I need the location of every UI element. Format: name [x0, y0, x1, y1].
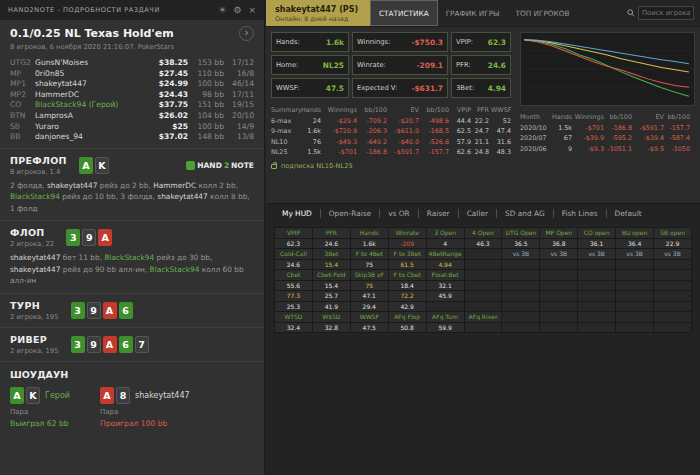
hud-cell[interactable]: [654, 260, 691, 270]
hud-cell[interactable]: [654, 302, 691, 312]
player-row[interactable]: MP 0ri0n85 $27.45 110 bb 16/8: [10, 69, 254, 80]
hud-cell[interactable]: 61.5: [389, 260, 426, 270]
hud-cell[interactable]: [465, 302, 502, 312]
gear-icon[interactable]: ⚙: [233, 0, 241, 20]
hud-cell[interactable]: 36.8: [540, 239, 577, 249]
hud-cell[interactable]: [465, 281, 502, 291]
hud-cell[interactable]: 41.9: [313, 302, 350, 312]
hud-cell[interactable]: [578, 291, 615, 301]
hud-cell[interactable]: VPIP: [275, 228, 312, 238]
hud-cell[interactable]: [427, 302, 464, 312]
hud-cell[interactable]: Cbet: [275, 270, 312, 280]
hud-cell[interactable]: 32.1: [427, 281, 464, 291]
brightness-icon[interactable]: ☀: [218, 0, 226, 20]
hud-cell[interactable]: 72.2: [389, 291, 426, 301]
hud-cell[interactable]: 32.8: [313, 323, 350, 333]
hud-cell[interactable]: [502, 323, 539, 333]
summary-table-row[interactable]: NL25 1.5k -$701 -186.8 -$591.7 -157.7 62…: [271, 147, 514, 158]
hud-cell[interactable]: [654, 281, 691, 291]
hud-cell[interactable]: vs 3B: [578, 249, 615, 259]
hud-cell[interactable]: 4 Open: [465, 228, 502, 238]
hud-tab[interactable]: vs OR: [379, 209, 418, 218]
next-hand-button[interactable]: ›: [239, 26, 254, 41]
player-row[interactable]: MP2 HammerDC $24.43 98 bb 17/11: [10, 90, 254, 101]
player-row[interactable]: BTN LamprosA $26.02 104 bb 20/10: [10, 111, 254, 122]
hud-cell[interactable]: 59.9: [427, 323, 464, 333]
hud-tab[interactable]: Caller: [458, 209, 496, 218]
hud-cell[interactable]: 4BetRange: [427, 249, 464, 259]
hud-cell[interactable]: 47.1: [351, 291, 388, 301]
hud-cell[interactable]: 15.4: [313, 281, 350, 291]
hud-cell[interactable]: 42.9: [389, 302, 426, 312]
hud-cell[interactable]: Hands: [351, 228, 388, 238]
subscription-note[interactable]: подписка NL10-NL25: [271, 162, 514, 170]
hud-cell[interactable]: [616, 312, 653, 322]
hud-cell[interactable]: [578, 270, 615, 280]
player-row[interactable]: UTG2 GunsN'Moises $38.25 153 bb 17/12: [10, 58, 254, 69]
hud-cell[interactable]: [578, 260, 615, 270]
hud-cell[interactable]: [502, 302, 539, 312]
hud-cell[interactable]: 15.4: [313, 260, 350, 270]
month-table-row[interactable]: 2020/10 1.5k -$701 -186.8 -$591.7 -157.7: [520, 123, 695, 134]
hud-cell[interactable]: [540, 270, 577, 280]
hud-cell[interactable]: [465, 270, 502, 280]
hud-cell[interactable]: 3Bet: [313, 249, 350, 259]
hud-cell[interactable]: [654, 312, 691, 322]
hud-cell[interactable]: 1.6k: [351, 239, 388, 249]
hud-cell[interactable]: 62.3: [275, 239, 312, 249]
hud-cell[interactable]: 45.9: [427, 291, 464, 301]
hud-cell[interactable]: [616, 323, 653, 333]
month-table-row[interactable]: 2020/06 9 -$9.3 -1051.1 -$9.5 -1050: [520, 144, 695, 155]
player-row[interactable]: SB Yuraro $25 100 bb 14/9: [10, 122, 254, 133]
hud-cell[interactable]: 24.6: [313, 239, 350, 249]
player-row[interactable]: BB danjones_94 $37.02 148 bb 13/8: [10, 132, 254, 143]
hud-cell[interactable]: 50.8: [389, 323, 426, 333]
hud-cell[interactable]: [578, 302, 615, 312]
hud-cell[interactable]: [465, 291, 502, 301]
hud-cell[interactable]: F to 4Bet: [351, 249, 388, 259]
hud-cell[interactable]: -209: [389, 239, 426, 249]
hud-cell[interactable]: UTG Open: [502, 228, 539, 238]
hud-cell[interactable]: [502, 312, 539, 322]
hud-cell[interactable]: F to Cbet: [389, 270, 426, 280]
hud-cell[interactable]: [502, 281, 539, 291]
hud-cell[interactable]: Cold-Call: [275, 249, 312, 259]
hud-cell[interactable]: WWSF: [351, 312, 388, 322]
hud-cell[interactable]: [502, 270, 539, 280]
hud-cell[interactable]: [540, 323, 577, 333]
hud-cell[interactable]: [616, 302, 653, 312]
hud-cell[interactable]: [540, 302, 577, 312]
hud-tab[interactable]: SD and AG: [496, 209, 553, 218]
hud-cell[interactable]: [465, 249, 502, 259]
hud-tab[interactable]: Default: [606, 209, 650, 218]
hud-cell[interactable]: [654, 270, 691, 280]
hud-cell[interactable]: F to 3Bet: [389, 249, 426, 259]
hud-cell[interactable]: 22.9: [654, 239, 691, 249]
hud-cell[interactable]: vs 3B: [502, 249, 539, 259]
hud-cell[interactable]: 46.3: [465, 239, 502, 249]
hud-cell[interactable]: Cbet-Fold: [313, 270, 350, 280]
hud-cell[interactable]: [654, 291, 691, 301]
hud-cell[interactable]: 24.6: [275, 260, 312, 270]
hud-cell[interactable]: 36.5: [502, 239, 539, 249]
hud-cell[interactable]: CO open: [578, 228, 615, 238]
hud-cell[interactable]: Winrate: [389, 228, 426, 238]
hud-cell[interactable]: vs 3B: [654, 249, 691, 259]
hud-tab[interactable]: Raiser: [418, 209, 458, 218]
hud-cell[interactable]: 75: [351, 281, 388, 291]
hud-cell[interactable]: 55.6: [275, 281, 312, 291]
hud-cell[interactable]: 75: [351, 260, 388, 270]
hud-cell[interactable]: 29.4: [351, 302, 388, 312]
hud-cell[interactable]: vs 3B: [616, 249, 653, 259]
hud-tab[interactable]: My HUD: [274, 209, 320, 218]
hud-cell[interactable]: Skip3B xF: [351, 270, 388, 280]
hud-cell[interactable]: [502, 260, 539, 270]
summary-table-row[interactable]: 6-max 24 -$29.4 -709.2 -$20.7 -498.6 44.…: [271, 116, 514, 127]
hud-cell[interactable]: 4: [427, 239, 464, 249]
hud-cell[interactable]: AFq Flop: [389, 312, 426, 322]
player-row[interactable]: CO BlackStack94 (Герой) $37.75 151 bb 19…: [10, 100, 254, 111]
summary-table-row[interactable]: 9-max 1.6k -$720.9 -206.3 -$611.0 -168.5…: [271, 126, 514, 137]
hud-cell[interactable]: [578, 281, 615, 291]
hud-tab[interactable]: Fish Lines: [553, 209, 606, 218]
hud-cell[interactable]: [616, 270, 653, 280]
